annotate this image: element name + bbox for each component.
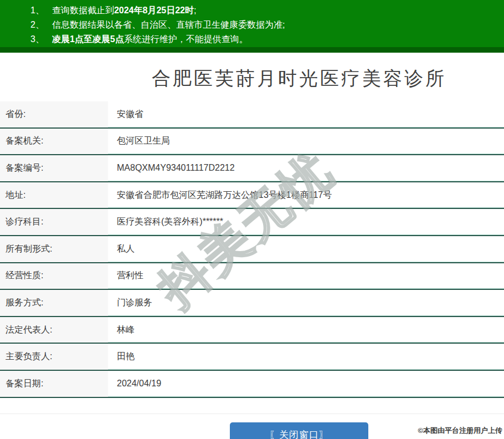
banner-bottom-strip (0, 47, 504, 53)
field-label: 诊疗科目: (0, 209, 108, 235)
notice-text: 系统进行维护，不能提供查询。 (124, 34, 248, 44)
table-row: 诊疗科目:医疗美容科(美容外科)****** (0, 209, 504, 236)
close-window-button[interactable]: 〖关闭窗口〗 (230, 422, 368, 439)
notice-text-bold: 2024年8月25日22时 (114, 6, 194, 15)
notice-text-bold: 凌晨1点至凌晨5点 (52, 34, 124, 44)
notice-text: ; (194, 6, 196, 15)
field-value: 2024/04/19 (108, 371, 504, 397)
field-label: 备案机关: (0, 129, 108, 155)
field-value: 安徽省合肥市包河区芜湖路万达公馆13号楼1楼商117号 (108, 182, 504, 208)
notice-line: 1、查询数据截止到2024年8月25日22时; (0, 3, 504, 18)
page-title: 合肥医芙莳月时光医疗美容诊所 (0, 66, 504, 90)
field-value: 门诊服务 (108, 290, 504, 316)
table-row: 经营性质:营利性 (0, 263, 504, 290)
record-table: 省份:安徽省备案机关:包河区卫生局备案编号:MA8QXM4Y934011117D… (0, 101, 504, 398)
notice-text: 信息数据结果以各省、自治区、直辖市卫生健康委数据为准; (52, 20, 285, 29)
field-value: 安徽省 (108, 101, 504, 127)
field-value: 营利性 (108, 263, 504, 289)
field-value: MA8QXM4Y934011117D2212 (108, 155, 504, 181)
bottom-divider (0, 414, 504, 414)
page-container: 1、查询数据截止到2024年8月25日22时;2、信息数据结果以各省、自治区、直… (0, 0, 504, 439)
notice-number: 1、 (30, 6, 44, 15)
notice-number: 2、 (30, 20, 44, 29)
field-label: 省份: (0, 101, 108, 127)
table-row: 法定代表人:林峰 (0, 317, 504, 344)
field-label: 备案编号: (0, 155, 108, 181)
field-label: 服务方式: (0, 290, 108, 316)
query-result-window: 1、查询数据截止到2024年8月25日22时;2、信息数据结果以各省、自治区、直… (0, 0, 504, 439)
field-value: 私人 (108, 236, 504, 262)
table-row: 主要负责人:田艳 (0, 344, 504, 371)
field-label: 地址: (0, 182, 108, 208)
upload-credit-text: ©本图由平台注册用户上传 (418, 426, 502, 436)
field-label: 主要负责人: (0, 344, 108, 370)
field-label: 备案日期: (0, 371, 108, 397)
notice-text: 查询数据截止到 (52, 6, 114, 15)
table-row: 备案编号:MA8QXM4Y934011117D2212 (0, 155, 504, 182)
field-value: 包河区卫生局 (108, 129, 504, 155)
table-row: 备案日期:2024/04/19 (0, 371, 504, 398)
field-label: 经营性质: (0, 263, 108, 289)
field-label: 所有制形式: (0, 236, 108, 262)
notice-banner: 1、查询数据截止到2024年8月25日22时;2、信息数据结果以各省、自治区、直… (0, 0, 504, 53)
table-row: 省份:安徽省 (0, 101, 504, 129)
field-value: 医疗美容科(美容外科)****** (108, 209, 504, 235)
field-value: 田艳 (108, 344, 504, 370)
notice-list: 1、查询数据截止到2024年8月25日22时;2、信息数据结果以各省、自治区、直… (0, 3, 504, 47)
notice-line: 3、凌晨1点至凌晨5点系统进行维护，不能提供查询。 (0, 32, 504, 47)
table-row: 服务方式:门诊服务 (0, 290, 504, 317)
notice-line: 2、信息数据结果以各省、自治区、直辖市卫生健康委数据为准; (0, 18, 504, 32)
table-row: 地址:安徽省合肥市包河区芜湖路万达公馆13号楼1楼商117号 (0, 182, 504, 210)
notice-number: 3、 (30, 34, 44, 44)
field-label: 法定代表人: (0, 317, 108, 343)
table-row: 所有制形式:私人 (0, 236, 504, 263)
field-value: 林峰 (108, 317, 504, 343)
table-row: 备案机关:包河区卫生局 (0, 129, 504, 156)
